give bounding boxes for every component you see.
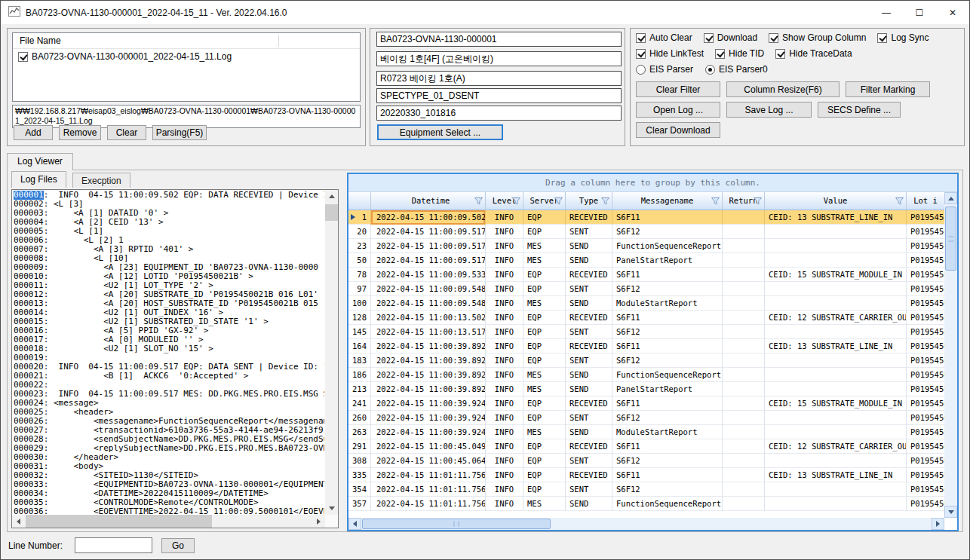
table-row[interactable]: 3352022-04-15 11:01:11.756INFOEQPRECEVIE… xyxy=(348,468,944,482)
filter-icon[interactable] xyxy=(895,197,904,205)
table-row[interactable]: 1282022-04-15 11:00:13.502INFOEQPRECEVIE… xyxy=(348,311,944,325)
table-row[interactable]: 3082022-04-15 11:00:45.064INFOEQPSENTS6F… xyxy=(348,454,944,468)
grid-vertical-scrollbar[interactable] xyxy=(944,192,957,518)
table-row[interactable]: 972022-04-15 11:00:09.548INFOEQPSENTS6F1… xyxy=(348,282,944,296)
remove-button[interactable]: Remove xyxy=(59,125,101,140)
radio-parser-1[interactable]: EIS Parser0 xyxy=(705,64,768,75)
grid-scroll-down-icon[interactable] xyxy=(944,506,957,518)
grid-hscroll-thumb[interactable] xyxy=(362,519,551,529)
filter-icon[interactable] xyxy=(512,197,520,205)
radio-parser-0[interactable]: EIS Parser xyxy=(636,64,693,75)
table-row[interactable]: 3542022-04-15 11:01:11.756INFOEQPSENTS6F… xyxy=(348,482,944,497)
log-grid[interactable]: Drag a column here to group by this colu… xyxy=(347,173,959,531)
clear-download-button[interactable]: Clear Download xyxy=(636,122,720,138)
table-row[interactable]: 232022-04-15 11:00:09.517INFOMESSENDFunc… xyxy=(348,239,944,253)
grid-header-sv[interactable]: Server xyxy=(523,192,566,210)
log-vertical-scrollbar[interactable] xyxy=(325,190,338,515)
tab-log-files[interactable]: Log Files xyxy=(11,171,66,188)
log-text-area[interactable]: 000001: INFO 04-15 11:00:09.502 EQP: DAT… xyxy=(11,189,339,528)
grid-horizontal-scrollbar[interactable] xyxy=(348,518,944,530)
table-row[interactable]: 1002022-04-15 11:00:09.548INFOMESSENDMod… xyxy=(348,296,944,311)
equipment-field-5[interactable] xyxy=(376,106,622,121)
clear-filter-button[interactable]: Clear Filter xyxy=(636,81,720,97)
checkbox-3[interactable]: Log Sync xyxy=(877,32,929,43)
grid-vscroll-thumb[interactable] xyxy=(945,207,956,271)
table-row[interactable]: 1452022-04-15 11:00:13.517INFOEQPSENTS6F… xyxy=(348,325,944,339)
column-resize-button[interactable]: Column Resize(F6) xyxy=(726,81,840,97)
table-row[interactable]: 1642022-04-15 11:00:39.892INFOEQPRECEVIE… xyxy=(348,339,944,353)
checkbox-icon[interactable] xyxy=(769,33,778,43)
table-row[interactable]: 2632022-04-15 11:00:39.924INFOMESSENDMod… xyxy=(348,425,944,439)
scroll-down-icon[interactable] xyxy=(325,502,338,515)
grid-header-dt[interactable]: Datetime xyxy=(371,192,486,210)
log-horizontal-scrollbar[interactable] xyxy=(12,515,325,528)
file-list[interactable]: File Name BA0723-OVNA-1130-000001_2022-0… xyxy=(12,32,361,102)
grid-group-panel[interactable]: Drag a column here to group by this colu… xyxy=(348,174,957,192)
equipment-field-2[interactable] xyxy=(376,51,622,66)
grid-header-rt[interactable]: Return xyxy=(723,192,765,210)
grid-header-mn[interactable]: Messagename xyxy=(612,192,723,210)
radio-icon[interactable] xyxy=(636,65,646,75)
log-vscroll-thumb[interactable] xyxy=(325,204,338,221)
checkbox-icon[interactable] xyxy=(636,33,646,43)
close-icon[interactable]: ✕ xyxy=(936,1,969,24)
grid-header-val[interactable]: Value xyxy=(765,192,907,210)
checkbox-0[interactable]: Auto Clear xyxy=(636,32,692,43)
checkbox-0[interactable]: Hide LinkTest xyxy=(636,48,704,59)
checkbox-2[interactable]: Show Group Column xyxy=(769,32,866,43)
checkbox-1[interactable]: Hide TID xyxy=(715,48,764,59)
table-row[interactable]: 502022-04-15 11:00:09.517INFOMESSENDPane… xyxy=(348,253,944,268)
file-list-item[interactable]: BA0723-OVNA-1130-000001_2022-04-15_11.Lo… xyxy=(13,49,360,62)
table-row[interactable]: 1862022-04-15 11:00:39.892INFOMESSENDFun… xyxy=(348,368,944,382)
grid-header-tp[interactable]: Type xyxy=(566,192,612,210)
radio-icon[interactable] xyxy=(705,65,715,75)
grid-scroll-up-icon[interactable] xyxy=(944,192,957,204)
grid-scroll-left-icon[interactable] xyxy=(348,518,361,530)
filter-icon[interactable] xyxy=(711,197,720,205)
scroll-right-icon[interactable] xyxy=(312,515,325,528)
filter-icon[interactable] xyxy=(474,197,483,205)
table-row[interactable]: 202022-04-15 11:00:09.517INFOEQPSENTS6F1… xyxy=(348,225,944,239)
checkbox-icon[interactable] xyxy=(775,49,785,59)
maximize-icon[interactable]: ☐ xyxy=(903,1,936,24)
table-row[interactable]: 782022-04-15 11:00:09.533INFOEQPRECEVIED… xyxy=(348,268,944,282)
equipment-field-1[interactable] xyxy=(376,32,622,47)
save-log-button[interactable]: Save Log ... xyxy=(726,102,812,118)
minimize-icon[interactable]: — xyxy=(870,1,903,24)
equipment-field-4[interactable] xyxy=(376,88,622,103)
grid-scroll-right-icon[interactable] xyxy=(932,518,944,530)
file-list-header[interactable]: File Name xyxy=(13,33,360,49)
filter-icon[interactable] xyxy=(601,197,609,205)
table-row[interactable]: 2602022-04-15 11:00:39.924INFOEQPSENTS6F… xyxy=(348,411,944,425)
secs-define-button[interactable]: SECS Define ... xyxy=(818,102,901,118)
table-row[interactable]: 2132022-04-15 11:00:39.892INFOMESSENDPan… xyxy=(348,382,944,396)
go-button[interactable]: Go xyxy=(161,538,195,553)
table-row[interactable]: 12022-04-15 11:00:09.502INFOEQPRECEVIEDS… xyxy=(348,210,944,225)
parsing-button[interactable]: Parsing(F5) xyxy=(152,125,207,140)
clear-button[interactable]: Clear xyxy=(107,125,146,140)
table-row[interactable]: 3572022-04-15 11:01:11.756INFOMESSENDFun… xyxy=(348,497,944,511)
file-checkbox[interactable] xyxy=(18,52,28,62)
filter-marking-button[interactable]: Filter Marking xyxy=(846,81,930,97)
filter-icon[interactable] xyxy=(554,197,563,205)
grid-header-lot[interactable]: Lot i xyxy=(907,192,944,210)
checkbox-1[interactable]: Download xyxy=(704,32,757,43)
checkbox-icon[interactable] xyxy=(715,49,725,59)
table-row[interactable]: 2412022-04-15 11:00:39.924INFOEQPRECEVIE… xyxy=(348,396,944,411)
grid-header-lv[interactable]: Level xyxy=(486,192,523,210)
log-hscroll-thumb[interactable] xyxy=(26,515,212,528)
scroll-left-icon[interactable] xyxy=(12,515,25,528)
open-log-button[interactable]: Open Log ... xyxy=(636,102,720,118)
equipment-field-3[interactable] xyxy=(376,71,622,86)
filter-icon[interactable] xyxy=(754,197,762,205)
table-row[interactable]: 1832022-04-15 11:00:39.892INFOEQPSENTS6F… xyxy=(348,353,944,368)
equipment-select-button[interactable]: Equipment Select ... xyxy=(377,124,503,140)
checkbox-icon[interactable] xyxy=(704,33,714,43)
tab-log-viewer[interactable]: Log Viewer xyxy=(7,153,73,170)
line-number-input[interactable] xyxy=(75,537,152,553)
table-row[interactable]: 2912022-04-15 11:00:45.049INFOEQPRECEVIE… xyxy=(348,439,944,454)
checkbox-icon[interactable] xyxy=(877,33,887,43)
checkbox-2[interactable]: Hide TraceData xyxy=(775,48,852,59)
checkbox-icon[interactable] xyxy=(636,49,646,59)
scroll-up-icon[interactable] xyxy=(325,190,338,203)
